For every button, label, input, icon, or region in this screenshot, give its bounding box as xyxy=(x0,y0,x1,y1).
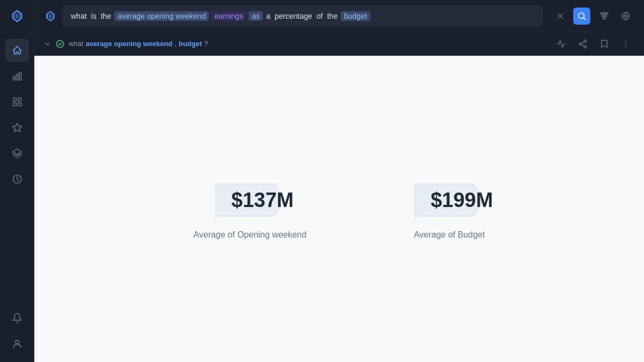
sidebar-item-grid[interactable] xyxy=(5,90,29,114)
search-token-earnings: earnings xyxy=(211,11,246,21)
search-actions xyxy=(552,8,590,25)
sidebar xyxy=(0,0,34,362)
metric-card-budget: $199M Average of Budget xyxy=(414,179,485,240)
search-token-avg-opening: average opening weekend xyxy=(114,11,209,21)
search-token-the2: the xyxy=(326,11,338,21)
svg-rect-4 xyxy=(16,74,18,80)
metric-label-budget: Average of Budget xyxy=(414,230,485,240)
search-token-is: is xyxy=(90,11,98,21)
subtitle-budget: budget xyxy=(179,40,202,48)
svg-rect-23 xyxy=(603,18,606,19)
metric-value-opening-weekend: $137M xyxy=(231,188,294,211)
search-logo xyxy=(43,9,58,24)
sidebar-item-star[interactable] xyxy=(5,116,29,139)
svg-line-20 xyxy=(583,18,585,19)
svg-rect-9 xyxy=(18,103,21,106)
content-area: $137M Average of Opening weekend $199M A… xyxy=(34,56,644,362)
svg-marker-11 xyxy=(12,149,21,155)
svg-rect-7 xyxy=(18,98,21,101)
verified-icon xyxy=(56,40,64,48)
search-icon xyxy=(577,11,587,21)
bookmark-button[interactable] xyxy=(595,34,614,54)
home-icon xyxy=(12,45,23,56)
metric-card-opening-weekend: $137M Average of Opening weekend xyxy=(194,179,307,240)
subtitle-right-actions xyxy=(552,34,635,54)
svg-point-32 xyxy=(579,42,582,45)
svg-point-33 xyxy=(584,46,587,48)
filter-button[interactable] xyxy=(595,6,614,26)
svg-rect-8 xyxy=(13,103,16,106)
app-logo-icon xyxy=(10,9,25,24)
chart-toggle-button[interactable] xyxy=(552,34,571,54)
user-icon xyxy=(12,338,23,349)
main-content: what is the average opening weekend earn… xyxy=(34,0,644,362)
chart-icon xyxy=(12,71,23,82)
search-token-a: a xyxy=(265,11,272,21)
sidebar-bottom xyxy=(5,306,29,362)
svg-point-19 xyxy=(579,13,584,19)
sidebar-nav xyxy=(0,36,34,306)
svg-rect-22 xyxy=(602,15,607,16)
query-subtitle-bar: what average opening weekend , budget ? xyxy=(34,32,644,56)
svg-point-25 xyxy=(625,14,627,17)
sidebar-item-history[interactable] xyxy=(5,167,29,191)
svg-point-37 xyxy=(625,43,626,44)
search-token-as: as xyxy=(248,11,263,21)
svg-rect-21 xyxy=(601,13,608,14)
chevron-down-icon[interactable] xyxy=(43,40,52,48)
settings-button[interactable] xyxy=(616,6,635,26)
search-token-what: what xyxy=(70,11,88,21)
clear-button[interactable] xyxy=(552,8,569,25)
query-subtitle-text: what average opening weekend , budget ? xyxy=(69,40,208,48)
subtitle-question: ? xyxy=(204,40,208,48)
bookmark-icon xyxy=(599,39,609,49)
svg-point-30 xyxy=(56,40,63,47)
svg-point-38 xyxy=(625,46,626,47)
svg-line-35 xyxy=(581,41,584,43)
layers-icon xyxy=(12,148,23,159)
metric-value-container-1: $137M xyxy=(215,179,285,221)
more-dots-icon xyxy=(621,39,631,49)
subtitle-comma: , xyxy=(174,40,177,48)
search-input[interactable]: what is the average opening weekend earn… xyxy=(62,5,543,27)
svg-rect-5 xyxy=(19,72,21,80)
svg-line-34 xyxy=(581,45,584,46)
svg-point-31 xyxy=(584,40,587,42)
share-button[interactable] xyxy=(573,34,592,54)
sidebar-item-chart[interactable] xyxy=(5,64,29,88)
svg-point-36 xyxy=(625,40,626,41)
metric-label-opening-weekend: Average of Opening weekend xyxy=(194,230,307,240)
sidebar-item-home[interactable] xyxy=(5,39,29,62)
sidebar-item-user[interactable] xyxy=(5,332,29,356)
sidebar-item-notifications[interactable] xyxy=(5,306,29,330)
search-token-of: of xyxy=(316,11,324,21)
sidebar-item-layers[interactable] xyxy=(5,142,29,165)
svg-rect-3 xyxy=(13,76,14,80)
svg-marker-10 xyxy=(12,123,21,132)
svg-point-13 xyxy=(15,340,19,344)
close-icon xyxy=(555,11,565,21)
filter-icon xyxy=(599,11,609,21)
sliders-icon xyxy=(621,11,631,21)
search-bar: what is the average opening weekend earn… xyxy=(34,0,644,32)
svg-rect-6 xyxy=(13,98,16,101)
subtitle-what: what xyxy=(69,40,83,48)
history-icon xyxy=(12,174,23,184)
grid-icon xyxy=(12,97,23,107)
subtitle-avg-opening: average opening weekend xyxy=(85,40,172,48)
search-token-budget: budget xyxy=(341,11,370,21)
metric-value-budget: $199M xyxy=(430,188,493,211)
search-token-the1: the xyxy=(100,11,112,21)
search-logo-icon xyxy=(44,10,57,23)
sidebar-logo xyxy=(0,0,34,32)
bell-icon xyxy=(12,313,23,323)
metric-value-container-2: $199M xyxy=(414,179,484,221)
more-button[interactable] xyxy=(616,34,635,54)
search-submit-button[interactable] xyxy=(573,8,590,25)
metrics-container: $137M Average of Opening weekend $199M A… xyxy=(194,179,485,240)
chart-toggle-icon xyxy=(557,39,566,49)
star-icon xyxy=(12,122,23,133)
search-right-actions xyxy=(595,6,635,26)
share-icon xyxy=(578,39,588,49)
search-token-percentage: percentage xyxy=(274,11,313,21)
